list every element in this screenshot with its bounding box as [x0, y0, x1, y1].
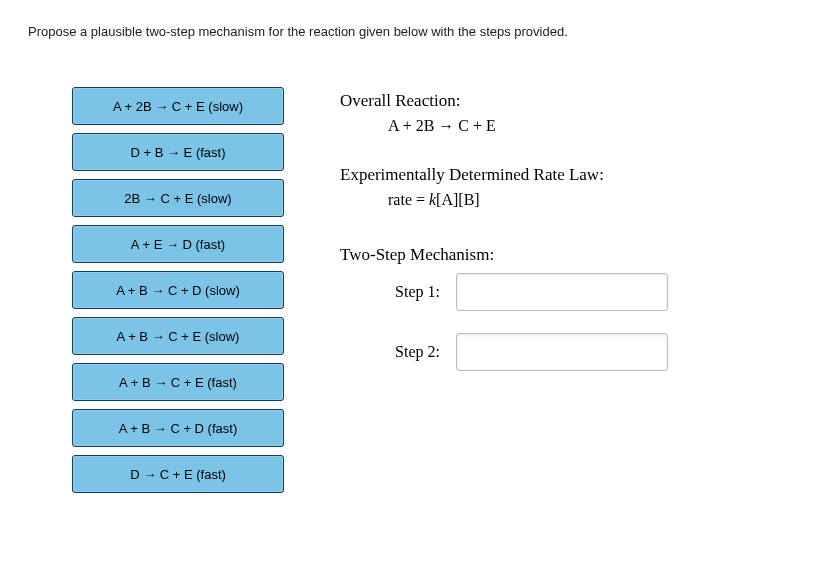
overall-reaction-text: A + 2B → C + E [388, 117, 794, 135]
step-2-label: Step 2: [378, 343, 440, 361]
option-tile-2[interactable]: 2B → C + E (slow) [72, 179, 284, 217]
question-text: Propose a plausible two-step mechanism f… [28, 24, 794, 39]
option-tile-4[interactable]: A + B → C + D (slow) [72, 271, 284, 309]
option-tile-8[interactable]: D → C + E (fast) [72, 455, 284, 493]
step-1-label: Step 1: [378, 283, 440, 301]
content-area: A + 2B → C + E (slow) D + B → E (fast) 2… [28, 87, 794, 493]
answer-area: Overall Reaction: A + 2B → C + E Experim… [340, 87, 794, 493]
step-1-row: Step 1: [378, 273, 794, 311]
option-tile-6[interactable]: A + B → C + E (fast) [72, 363, 284, 401]
mechanism-steps: Step 1: Step 2: [340, 273, 794, 371]
step-2-dropzone[interactable] [456, 333, 668, 371]
option-tile-3[interactable]: A + E → D (fast) [72, 225, 284, 263]
rate-law-text: rate = k[A][B] [388, 191, 794, 209]
option-tile-1[interactable]: D + B → E (fast) [72, 133, 284, 171]
step-2-row: Step 2: [378, 333, 794, 371]
option-tile-0[interactable]: A + 2B → C + E (slow) [72, 87, 284, 125]
option-tile-7[interactable]: A + B → C + D (fast) [72, 409, 284, 447]
rate-law-title: Experimentally Determined Rate Law: [340, 165, 794, 185]
overall-reaction-title: Overall Reaction: [340, 91, 794, 111]
option-tile-5[interactable]: A + B → C + E (slow) [72, 317, 284, 355]
rate-expr: [A][B] [436, 191, 480, 208]
step-1-dropzone[interactable] [456, 273, 668, 311]
mechanism-title: Two-Step Mechanism: [340, 245, 794, 265]
options-column: A + 2B → C + E (slow) D + B → E (fast) 2… [28, 87, 284, 493]
rate-prefix: rate = [388, 191, 429, 208]
